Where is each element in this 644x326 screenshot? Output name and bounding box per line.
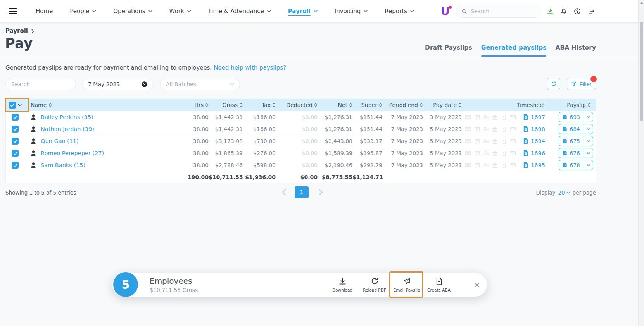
scrollbar-thumb[interactable] — [640, 22, 643, 121]
envelope-icon[interactable] — [509, 126, 516, 132]
users-icon[interactable] — [483, 150, 489, 156]
tab-generated-payslips[interactable]: Generated payslips — [481, 44, 547, 57]
pay-date-filter[interactable]: 7 May 2023 — [82, 78, 154, 90]
global-search-input[interactable] — [471, 8, 535, 14]
batches-select[interactable]: All Batches — [160, 78, 240, 90]
employee-name-link[interactable]: Sam Banks (15) — [41, 162, 85, 168]
reload-pdf-button[interactable]: Reload PDF — [360, 273, 389, 297]
users-icon[interactable] — [483, 126, 489, 132]
sort-icon[interactable] — [587, 102, 591, 108]
receipt-icon[interactable] — [501, 114, 507, 120]
envelope-icon[interactable] — [509, 138, 516, 144]
nav-operations[interactable]: Operations — [113, 8, 152, 15]
employee-name-link[interactable]: Nathan Jordan (39) — [41, 126, 94, 132]
payslip-button[interactable]: 693 — [559, 112, 593, 122]
scrollbar[interactable] — [638, 0, 644, 326]
refresh-button[interactable] — [547, 78, 560, 90]
comment-icon[interactable] — [465, 126, 471, 132]
pager-prev-icon[interactable] — [281, 189, 288, 196]
email-payslip-button[interactable]: Email Payslip — [392, 273, 421, 297]
bank-icon[interactable] — [492, 138, 498, 144]
payslip-button[interactable]: 684 — [559, 124, 593, 134]
shift-swap-icon[interactable] — [474, 162, 480, 168]
timesheet-link[interactable]: 1694 — [523, 138, 545, 144]
payslip-button[interactable]: 675 — [559, 136, 593, 146]
payslip-dropdown[interactable] — [584, 136, 593, 146]
timesheet-link[interactable]: 1695 — [523, 162, 545, 168]
per-page-select[interactable]: 20 — [558, 190, 570, 196]
shift-swap-icon[interactable] — [474, 114, 480, 120]
sort-icon[interactable] — [239, 102, 243, 108]
sort-icon[interactable] — [314, 102, 318, 108]
row-checkbox[interactable] — [12, 162, 19, 169]
header-pay-date[interactable]: Pay date — [423, 102, 462, 108]
bank-icon[interactable] — [492, 162, 498, 168]
brand-logo[interactable]: U — [440, 5, 450, 18]
envelope-icon[interactable] — [509, 114, 516, 120]
comment-icon[interactable] — [465, 114, 471, 120]
payslip-dropdown[interactable] — [584, 148, 593, 158]
payslip-dropdown[interactable] — [584, 160, 593, 170]
sort-icon[interactable] — [420, 102, 423, 108]
payslip-button[interactable]: 676 — [559, 148, 593, 158]
logout-icon[interactable] — [587, 8, 594, 15]
nav-invoicing[interactable]: Invoicing — [335, 8, 368, 15]
create-aba-button[interactable]: Create ABA — [425, 273, 453, 297]
sort-icon[interactable] — [458, 102, 462, 108]
payslip-button[interactable]: 678 — [559, 160, 593, 170]
close-action-bar-button[interactable]: × — [469, 273, 485, 297]
nav-people[interactable]: People — [70, 8, 96, 15]
shift-swap-icon[interactable] — [474, 138, 480, 144]
clear-date-icon[interactable] — [141, 81, 148, 88]
header-net[interactable]: Net — [318, 102, 352, 108]
payslip-dropdown[interactable] — [584, 112, 593, 122]
sort-icon[interactable] — [272, 102, 276, 108]
shift-swap-icon[interactable] — [474, 126, 480, 132]
bank-icon[interactable] — [492, 126, 498, 132]
scroll-up-arrow[interactable] — [640, 2, 643, 4]
payslip-dropdown[interactable] — [584, 124, 593, 134]
table-search-input[interactable] — [11, 81, 70, 87]
downloads-icon[interactable] — [547, 8, 554, 15]
receipt-icon[interactable] — [501, 162, 507, 168]
receipt-icon[interactable] — [501, 126, 507, 132]
row-checkbox[interactable] — [12, 114, 19, 121]
sort-icon[interactable] — [48, 102, 52, 108]
sort-icon[interactable] — [349, 102, 352, 108]
receipt-icon[interactable] — [501, 138, 507, 144]
header-super[interactable]: Super — [352, 102, 382, 108]
nav-time-attendance[interactable]: Time & Attendance — [208, 8, 271, 15]
help-icon[interactable] — [574, 8, 581, 15]
header-payslip[interactable]: Payslip — [548, 102, 596, 108]
comment-icon[interactable] — [465, 162, 471, 168]
header-hrs[interactable]: Hrs — [174, 102, 209, 108]
global-search[interactable] — [456, 5, 540, 18]
sort-icon[interactable] — [205, 102, 209, 108]
row-checkbox[interactable] — [12, 126, 19, 133]
employee-name-link[interactable]: Bailey Perkins (35) — [41, 114, 93, 120]
timesheet-link[interactable]: 1696 — [523, 150, 545, 156]
row-checkbox[interactable] — [12, 150, 19, 157]
nav-work[interactable]: Work — [169, 8, 191, 15]
users-icon[interactable] — [483, 114, 489, 120]
nav-home[interactable]: Home — [36, 8, 53, 15]
header-deducted[interactable]: Deducted — [276, 102, 318, 108]
receipt-icon[interactable] — [501, 150, 507, 156]
select-dropdown-icon[interactable] — [18, 104, 22, 106]
employee-name-link[interactable]: Qun Gao (11) — [41, 138, 79, 144]
users-icon[interactable] — [483, 138, 489, 144]
users-icon[interactable] — [483, 162, 489, 168]
header-name[interactable]: Name — [24, 102, 174, 108]
comment-icon[interactable] — [465, 150, 471, 156]
pager-next-icon[interactable] — [317, 189, 324, 196]
timesheet-link[interactable]: 1698 — [523, 126, 545, 132]
envelope-icon[interactable] — [509, 150, 516, 156]
header-gross[interactable]: Gross — [209, 102, 243, 108]
nav-reports[interactable]: Reports — [385, 8, 414, 15]
envelope-icon[interactable] — [509, 162, 516, 168]
tab-draft-payslips[interactable]: Draft Payslips — [425, 44, 472, 57]
employee-name-link[interactable]: Romeo Perepeper (27) — [41, 150, 104, 156]
comment-icon[interactable] — [465, 138, 471, 144]
header-tax[interactable]: Tax — [243, 102, 276, 108]
select-all-checkbox[interactable] — [9, 102, 16, 109]
